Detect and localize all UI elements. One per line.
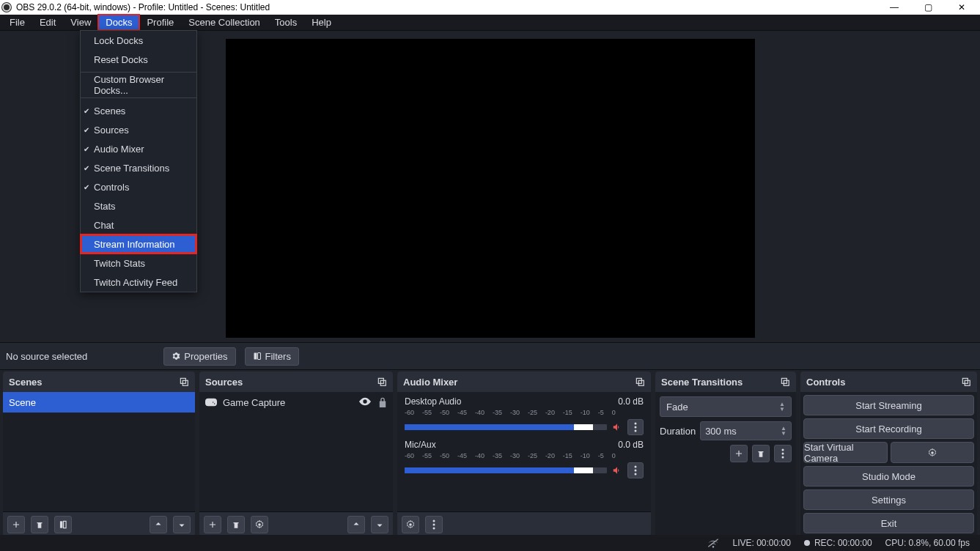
channel-menu-button[interactable] [627,419,644,435]
close-button[interactable]: ✕ [945,0,979,15]
menu-profile[interactable]: Profile [139,15,181,30]
dd-twitch-stats[interactable]: Twitch Stats [81,254,196,273]
menu-scene-collection[interactable]: Scene Collection [181,15,268,30]
menu-docks[interactable]: Docks [98,15,139,30]
popout-icon[interactable] [635,377,645,387]
source-toolbar: No source selected Properties Filters [0,342,980,370]
dd-separator [81,72,196,73]
sources-dock: Sources Game Capture [199,371,393,536]
scene-filter-button[interactable] [54,516,72,533]
menu-tools[interactable]: Tools [268,15,304,30]
dd-sources[interactable]: ✔Sources [81,120,196,139]
dd-scenes[interactable]: ✔Scenes [81,101,196,120]
dd-lock-docks[interactable]: Lock Docks [81,31,196,50]
add-scene-button[interactable] [7,516,25,533]
svg-point-12 [635,426,637,429]
sources-title: Sources [205,377,243,388]
properties-button[interactable]: Properties [163,347,235,366]
status-bar: LIVE: 00:00:00 REC: 00:00:00 CPU: 0.8%, … [0,535,980,551]
svg-line-29 [709,539,718,547]
start-recording-button[interactable]: Start Recording [803,418,974,439]
channel-name: Mic/Aux [405,440,436,450]
dd-audio-mixer[interactable]: ✔Audio Mixer [81,139,196,158]
popout-icon[interactable] [780,377,790,387]
svg-point-18 [433,519,435,522]
dd-scene-transitions[interactable]: ✔Scene Transitions [81,158,196,177]
preview-canvas[interactable] [226,39,755,338]
svg-point-13 [635,430,637,432]
source-properties-button[interactable] [251,516,268,533]
controls-title: Controls [806,377,845,388]
add-transition-button[interactable] [730,445,748,462]
dd-controls[interactable]: ✔Controls [81,177,196,196]
dd-custom-browser-docks[interactable]: Custom Browser Docks... [81,75,196,95]
dd-reset-docks[interactable]: Reset Docks [81,50,196,69]
duration-input[interactable]: 300 ms ▲▼ [700,421,792,440]
filters-button[interactable]: Filters [245,347,299,366]
mixer-menu-button[interactable] [425,516,443,533]
dd-twitch-activity-feed[interactable]: Twitch Activity Feed [81,273,196,292]
menu-view[interactable]: View [63,15,98,30]
speaker-icon[interactable] [611,465,623,476]
channel-menu-button[interactable] [627,462,644,478]
add-source-button[interactable] [204,516,221,533]
menu-help[interactable]: Help [304,15,339,30]
source-move-up-button[interactable] [347,516,365,533]
source-move-down-button[interactable] [371,516,388,533]
popout-icon[interactable] [377,377,387,387]
record-dot-icon [804,540,810,546]
menu-file[interactable]: File [2,15,32,30]
source-item[interactable]: Game Capture [199,392,393,413]
channel-level: 0.0 dB [618,440,644,450]
lock-icon[interactable] [378,397,387,407]
dd-stream-information[interactable]: Stream Information [81,234,196,254]
menu-edit[interactable]: Edit [32,15,63,30]
exit-button[interactable]: Exit [803,513,974,533]
svg-rect-5 [64,521,67,528]
svg-point-8 [258,523,261,526]
remove-source-button[interactable] [227,516,245,533]
window-titlebar: OBS 29.0.2 (64-bit, windows) - Profile: … [0,0,980,15]
svg-point-24 [782,453,784,455]
start-streaming-button[interactable]: Start Streaming [803,395,974,415]
eye-icon[interactable] [359,397,371,406]
transition-menu-button[interactable] [774,445,792,462]
db-scale: -60-55-50-45-40-35-30-25-20-15-10-50 [405,409,644,416]
dd-stats[interactable]: Stats [81,196,196,215]
svg-point-19 [433,523,435,525]
scene-move-up-button[interactable] [150,516,167,533]
transition-select[interactable]: Fade ▲▼ [660,396,792,417]
mixer-channel: Desktop Audio0.0 dB -60-55-50-45-40-35-3… [397,392,651,435]
status-cpu: CPU: 0.8%, 60.00 fps [885,538,970,548]
controls-dock: Controls Start Streaming Start Recording… [800,371,977,536]
svg-point-11 [635,423,637,425]
svg-rect-0 [254,353,257,360]
scenes-title: Scenes [9,377,43,388]
settings-button[interactable]: Settings [803,489,974,510]
channel-name: Desktop Audio [405,396,461,407]
mixer-settings-button[interactable] [402,516,419,533]
svg-point-23 [782,449,784,451]
scene-item[interactable]: Scene [3,392,195,413]
studio-mode-button[interactable]: Studio Mode [803,466,974,487]
popout-icon[interactable] [961,377,971,387]
svg-point-20 [433,527,435,529]
minimize-button[interactable]: — [877,0,911,15]
volume-slider[interactable] [405,467,607,473]
volume-slider[interactable] [405,424,607,430]
docks-dropdown: Lock Docks Reset Docks Custom Browser Do… [80,30,197,292]
remove-scene-button[interactable] [31,516,48,533]
duration-label: Duration [660,426,696,437]
maximize-button[interactable]: ▢ [911,0,945,15]
popout-icon[interactable] [179,377,189,387]
dd-chat[interactable]: Chat [81,215,196,234]
filter-icon [253,352,262,360]
virtual-camera-settings-button[interactable] [891,442,975,463]
svg-point-17 [409,523,412,526]
scene-move-down-button[interactable] [173,516,191,533]
remove-transition-button[interactable] [752,445,770,462]
speaker-icon[interactable] [611,421,623,433]
transitions-title: Scene Transitions [661,377,743,388]
start-virtual-camera-button[interactable]: Start Virtual Camera [803,442,888,463]
svg-rect-1 [257,353,260,360]
